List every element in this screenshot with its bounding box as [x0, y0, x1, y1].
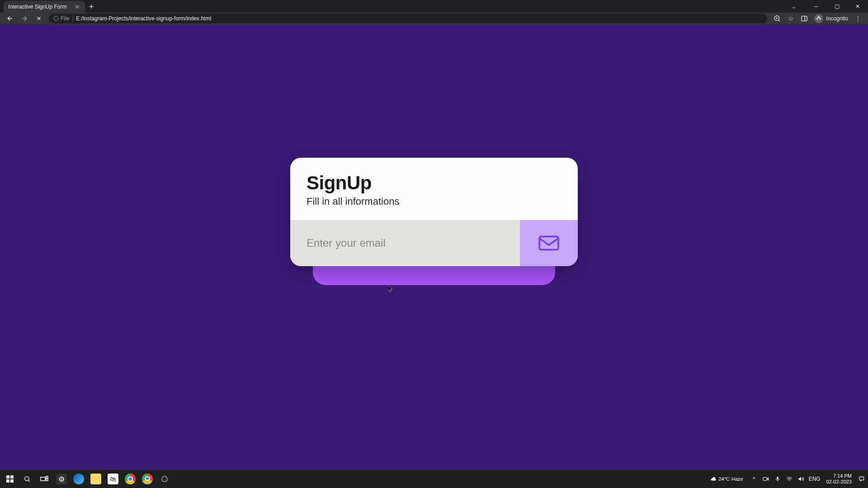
notifications-icon[interactable]	[857, 476, 866, 482]
wifi-icon[interactable]	[785, 476, 794, 482]
weather-condition: Haze	[731, 476, 743, 482]
task-view-button[interactable]	[36, 471, 52, 487]
svg-rect-10	[46, 476, 48, 478]
forward-button[interactable]	[18, 13, 31, 24]
cursor-icon	[388, 286, 393, 294]
clock-time: 7:14 PM	[833, 473, 852, 479]
browser-chrome: Interactive SignUp Form ✕ + ⌄ ─ ▢ ✕ File…	[0, 0, 868, 24]
window-controls: ⌄ ─ ▢ ✕	[791, 0, 868, 13]
tab-bar: Interactive SignUp Form ✕ + ⌄ ─ ▢ ✕	[0, 0, 868, 13]
taskbar: ⚙ 🛍 ☁️ 24°C Haze ^ ENG 7:14 PM 02-02-202…	[0, 470, 868, 488]
card-header: SignUp Fill in all informations	[290, 158, 578, 220]
svg-rect-5	[10, 475, 14, 479]
incognito-icon	[814, 14, 823, 23]
back-button[interactable]	[4, 13, 16, 24]
close-icon[interactable]: ✕	[74, 4, 80, 10]
obs-app[interactable]	[156, 471, 173, 487]
search-button[interactable]	[19, 471, 35, 487]
svg-rect-3	[539, 236, 558, 249]
svg-rect-2	[802, 16, 807, 21]
svg-point-8	[25, 477, 29, 481]
svg-rect-9	[41, 477, 45, 481]
tab-title: Interactive SignUp Form	[8, 4, 66, 10]
store-app[interactable]: 🛍	[105, 471, 121, 487]
svg-rect-4	[6, 475, 9, 479]
start-button[interactable]	[2, 471, 18, 487]
chevron-down-icon[interactable]: ⌄	[791, 3, 797, 10]
new-tab-button[interactable]: +	[85, 1, 98, 13]
stop-button[interactable]	[33, 13, 45, 24]
side-panel-icon[interactable]	[798, 13, 811, 24]
browser-tab[interactable]: Interactive SignUp Form ✕	[4, 1, 85, 13]
signup-card: SignUp Fill in all informations	[290, 158, 578, 266]
svg-rect-13	[777, 477, 778, 479]
svg-rect-6	[6, 479, 9, 483]
weather-icon: ☁️	[710, 476, 717, 482]
meet-now-icon[interactable]	[761, 476, 770, 482]
settings-app[interactable]: ⚙	[53, 471, 70, 487]
menu-icon[interactable]: ⋮	[852, 13, 864, 24]
chrome-app[interactable]	[122, 471, 138, 487]
svg-rect-7	[10, 479, 14, 483]
clock-date: 02-02-2023	[826, 479, 852, 485]
page-viewport: SignUp Fill in all informations	[0, 24, 868, 470]
signup-wrap: SignUp Fill in all informations	[290, 158, 578, 266]
clock[interactable]: 7:14 PM 02-02-2023	[826, 473, 852, 485]
weather-temp: 24°C	[718, 476, 730, 482]
minimize-button[interactable]: ─	[806, 0, 826, 13]
browser-toolbar: File E:/Instagram-Projects/interactive-s…	[0, 13, 868, 24]
language-indicator[interactable]: ENG	[808, 476, 821, 482]
weather-widget[interactable]: ☁️ 24°C Haze	[710, 476, 743, 482]
incognito-badge[interactable]: Incognito	[811, 14, 851, 23]
maximize-button[interactable]: ▢	[826, 0, 847, 13]
close-window-button[interactable]: ✕	[847, 0, 868, 13]
input-row	[290, 220, 578, 266]
edge-app[interactable]	[71, 471, 87, 487]
svg-rect-12	[763, 478, 767, 481]
star-icon[interactable]: ☆	[784, 13, 797, 24]
address-info-icon: File	[53, 15, 73, 22]
submit-button[interactable]	[520, 220, 578, 266]
signup-subtitle: Fill in all informations	[307, 196, 561, 207]
chrome-incognito-app[interactable]	[139, 471, 156, 487]
mic-icon[interactable]	[773, 476, 782, 482]
toolbar-right: ☆ Incognito ⋮	[771, 13, 864, 24]
tray-chevron-icon[interactable]: ^	[750, 476, 759, 482]
zoom-icon[interactable]	[771, 13, 783, 24]
signup-title: SignUp	[307, 172, 561, 194]
email-field[interactable]	[290, 220, 520, 266]
svg-rect-11	[46, 479, 48, 481]
taskbar-right: ☁️ 24°C Haze ^ ENG 7:14 PM 02-02-2023	[710, 473, 866, 485]
envelope-icon	[538, 232, 560, 254]
address-bar[interactable]: File E:/Instagram-Projects/interactive-s…	[49, 14, 767, 23]
address-url: E:/Instagram-Projects/interactive-signup…	[76, 15, 211, 22]
taskbar-left: ⚙ 🛍	[2, 471, 173, 487]
explorer-app[interactable]	[88, 471, 104, 487]
volume-icon[interactable]	[797, 476, 806, 482]
